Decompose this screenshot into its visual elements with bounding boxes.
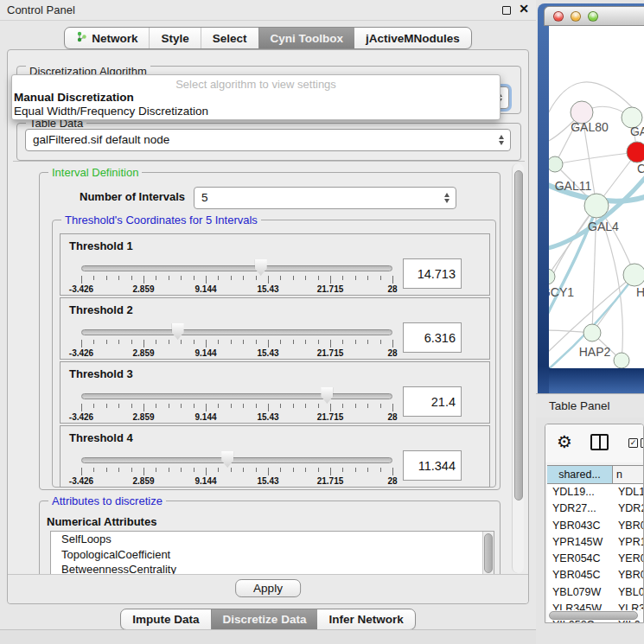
slider-track[interactable] (81, 265, 392, 271)
table-cell: YBR043C (547, 518, 613, 534)
threshold-value-field[interactable] (403, 322, 462, 353)
gear-icon[interactable]: ⚙ (557, 431, 572, 452)
column-header-1[interactable]: shared... (547, 466, 613, 483)
table-data-select-value: galFiltered.sif default node (33, 133, 169, 146)
bottom-tab-row: Impute DataDiscretize DataInfer Network (0, 609, 536, 630)
threshold-label: Threshold 3 (69, 367, 133, 380)
scale-tick-label: 15.43 (257, 412, 278, 422)
slider-thumb-icon[interactable] (321, 387, 333, 404)
network-node[interactable] (614, 353, 629, 368)
close-icon[interactable]: ✕ (519, 2, 529, 16)
scale-tick-label: 2.859 (132, 348, 154, 358)
list-item-selfloops[interactable]: SelfLoops (51, 532, 494, 547)
table-cell: YDL19... (547, 484, 613, 501)
apply-button[interactable]: Apply (235, 579, 301, 597)
interval-definition-group: Interval Definition Number of Intervals … (39, 172, 501, 490)
scale-tick-label: 28 (387, 284, 397, 294)
network-window-titlebar[interactable] (544, 6, 644, 26)
threshold-slider[interactable]: -3.4262.8599.14415.4321.71528 (81, 450, 392, 487)
attributes-list[interactable]: SelfLoopsTopologicalCoefficientBetweenne… (50, 531, 494, 576)
apply-row: Apply (8, 574, 528, 603)
attributes-group: Attributes to discretize Numerical Attri… (39, 501, 501, 576)
threshold-row: Threshold 4 -3.4262.8599.14415.4321.7152… (60, 425, 490, 488)
tab-style[interactable]: Style (149, 28, 200, 48)
threshold-slider[interactable]: -3.4262.8599.14415.4321.71528 (81, 386, 392, 423)
scale-tick-label: 28 (387, 412, 397, 422)
slider-track[interactable] (81, 329, 392, 335)
tab-impute-data[interactable]: Impute Data (121, 609, 210, 629)
tab-cyni-toolbox[interactable]: Cyni Toolbox (258, 28, 355, 48)
tab-discretize-data[interactable]: Discretize Data (211, 609, 318, 629)
zoom-light[interactable] (588, 11, 598, 22)
threshold-value-field[interactable] (403, 450, 462, 481)
scale-tick-label: 15.43 (257, 348, 278, 358)
tab-network[interactable]: Network (65, 28, 149, 48)
column-header-2[interactable]: n (613, 466, 644, 483)
menu-item-manual-discretization[interactable]: Manual Discretization (12, 91, 500, 105)
threshold-row: Threshold 2 -3.4262.8599.14415.4321.7152… (60, 297, 490, 360)
scale-tick-label: 9.144 (194, 476, 216, 486)
float-icon[interactable] (502, 6, 511, 15)
slider-track[interactable] (81, 393, 392, 399)
threshold-label: Threshold 1 (69, 239, 133, 252)
tab-jactivemnodules[interactable]: jActiveMNodules (354, 28, 471, 48)
split-table-icon[interactable] (590, 434, 609, 450)
table-row[interactable]: YBR043CYBR0 (547, 518, 644, 534)
checkbox-icon[interactable]: ✓ (641, 438, 644, 448)
slider-thumb-icon[interactable] (172, 323, 184, 340)
table-panel-titlebar: Table Panel (536, 393, 644, 418)
table-row[interactable]: YPR145WYPR1 (547, 534, 644, 551)
control-panel: Control Panel ✕ NetworkStyleSelectCyni T… (0, 0, 536, 644)
tab-infer-network[interactable]: Infer Network (317, 609, 414, 629)
table-row[interactable]: YBR045CYBR0 (547, 567, 644, 583)
scale-tick-label: -3.426 (69, 284, 93, 294)
network-node-label: HAP2 (579, 345, 611, 359)
threshold-row: Threshold 3 -3.4262.8599.14415.4321.7152… (60, 361, 490, 424)
slider-ruler (81, 340, 392, 348)
chevron-updown-icon (444, 193, 450, 203)
slider-thumb-icon[interactable] (221, 451, 233, 468)
threshold-value-field[interactable] (403, 258, 462, 289)
network-node-label: GAL4 (588, 220, 619, 233)
slider-track[interactable] (81, 457, 392, 463)
checkbox-icon[interactable]: ✓ (628, 438, 638, 448)
group-title: Interval Definition (48, 166, 142, 179)
tab-select[interactable]: Select (201, 28, 258, 48)
threshold-slider[interactable]: -3.4262.8599.14415.4321.71528 (81, 322, 392, 359)
threshold-value-field[interactable] (403, 386, 462, 417)
table-row[interactable]: YER054CYER0 (547, 551, 644, 567)
close-light[interactable] (553, 11, 564, 22)
threshold-slider[interactable]: -3.4262.8599.14415.4321.71528 (81, 258, 392, 295)
scale-tick-label: 21.715 (317, 476, 344, 486)
list-item-topologicalcoefficient[interactable]: TopologicalCoefficient (51, 547, 494, 563)
network-node-label: GAL11 (555, 179, 592, 193)
settings-scrollbar[interactable] (512, 163, 524, 573)
slider-ruler (81, 276, 392, 284)
table-panel-title: Table Panel (549, 399, 610, 412)
scale-tick-label: 2.859 (132, 476, 154, 486)
network-node[interactable] (583, 324, 601, 341)
scale-tick-label: 21.715 (317, 348, 344, 358)
table-row[interactable]: YDR27...YDR2 (547, 501, 644, 517)
table-row[interactable]: YDL19...YDL1 (547, 484, 644, 501)
cyni-toolbox-panel: Discretization Algorithm Select algorith… (7, 49, 529, 604)
table-row[interactable]: YBL079WYBL0 (547, 584, 644, 601)
minimize-light[interactable] (571, 11, 581, 22)
network-view-canvas[interactable]: GAL80GACGAL11GAL4GCY1HHAP2 (549, 26, 644, 368)
table-cell: YPR145W (547, 534, 613, 551)
num-intervals-spinner[interactable]: 5 (194, 187, 456, 209)
network-node[interactable] (627, 142, 644, 163)
scale-tick-label: 9.144 (194, 348, 216, 358)
table-data-select[interactable]: galFiltered.sif default node (25, 129, 511, 151)
table-hscrollbar[interactable] (547, 610, 644, 621)
network-node[interactable] (623, 264, 644, 286)
menu-item-equal-width-frequency-discretization[interactable]: Equal Width/Frequency Discretization (12, 105, 500, 118)
slider-thumb-icon[interactable] (255, 259, 267, 276)
list-scrollbar[interactable] (482, 532, 494, 575)
network-window: GAL80GACGAL11GAL4GCY1HHAP2 (538, 3, 644, 393)
network-node[interactable] (584, 194, 609, 218)
slider-ruler (81, 468, 392, 476)
network-node[interactable] (549, 156, 563, 172)
network-node-label: H (636, 285, 644, 299)
network-node-label: GA (630, 124, 644, 138)
